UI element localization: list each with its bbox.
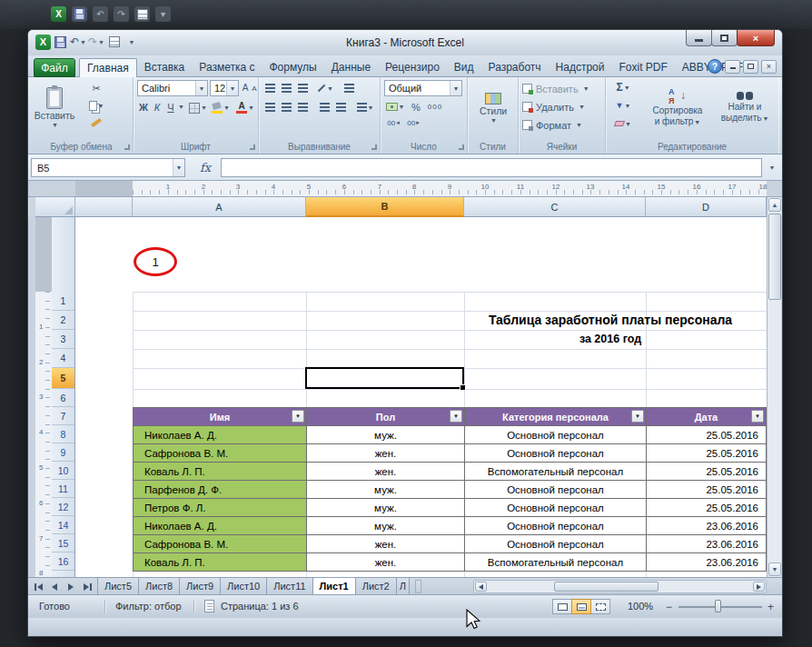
cell-name[interactable]: Николаев А. Д. bbox=[134, 517, 307, 535]
grow-font-button[interactable]: А bbox=[241, 80, 250, 95]
accounting-format-button[interactable]: ▼ bbox=[384, 100, 406, 114]
cell-name[interactable]: Петров Ф. Л. bbox=[134, 499, 307, 517]
cell-name[interactable]: Коваль Л. П. bbox=[134, 463, 307, 481]
fill-color-button[interactable]: ▼ bbox=[210, 101, 232, 114]
paste-button[interactable]: Вставить ▼ bbox=[34, 79, 75, 135]
page-layout-view-button[interactable] bbox=[571, 599, 591, 614]
filter-dropdown-icon[interactable]: ▼ bbox=[292, 410, 304, 423]
dialog-launcher-icon[interactable] bbox=[459, 144, 464, 150]
insert-function-button[interactable]: fx bbox=[193, 158, 217, 177]
background-app-icon[interactable]: X bbox=[51, 6, 66, 22]
cell-date[interactable]: 23.06.2016 bbox=[647, 553, 767, 572]
underline-menu-button[interactable]: ▼ bbox=[177, 99, 184, 114]
bold-button[interactable]: Ж bbox=[137, 99, 150, 114]
cell-name[interactable]: Парфенов Д. Ф. bbox=[134, 481, 307, 499]
row-header-3[interactable]: 3 bbox=[52, 330, 74, 349]
row-header-2[interactable]: 2 bbox=[52, 311, 74, 330]
maximize-button[interactable] bbox=[711, 30, 738, 46]
cell-gender[interactable]: муж. bbox=[307, 481, 465, 499]
zoom-out-button[interactable]: − bbox=[662, 600, 676, 613]
filter-dropdown-icon[interactable]: ▼ bbox=[631, 410, 644, 423]
last-sheet-button[interactable] bbox=[80, 580, 94, 593]
copy-button[interactable]: ▼ bbox=[83, 98, 110, 113]
cell-gender[interactable]: жен. bbox=[307, 553, 465, 572]
help-icon[interactable]: ? bbox=[708, 59, 722, 74]
align-center-button[interactable] bbox=[279, 100, 293, 114]
fill-button[interactable]: ▼▼ bbox=[608, 98, 639, 113]
tab-insert[interactable]: Вставка bbox=[137, 58, 193, 77]
sheet-title-cell[interactable]: Таблица заработной платы персонала bbox=[374, 311, 782, 330]
column-header-a[interactable]: A bbox=[133, 197, 306, 217]
page-break-view-button[interactable] bbox=[590, 599, 610, 614]
cell-category[interactable]: Основной персонал bbox=[465, 444, 647, 463]
tab-page-layout[interactable]: Разметка с bbox=[192, 58, 262, 77]
minimize-button[interactable] bbox=[686, 30, 712, 46]
sheet-tab-partial[interactable]: Л bbox=[396, 578, 410, 595]
borders-button[interactable]: ▼ bbox=[188, 101, 208, 114]
normal-view-button[interactable] bbox=[552, 599, 572, 614]
font-color-button[interactable]: А▼ bbox=[233, 100, 257, 114]
delete-cells-button[interactable]: Удалить▼ bbox=[522, 100, 602, 114]
column-header-b[interactable]: B bbox=[306, 197, 464, 217]
sort-filter-button[interactable]: АЯ↓ Сортировка и фильтр▼ bbox=[644, 79, 711, 135]
scroll-up-button[interactable]: ▲ bbox=[768, 198, 781, 212]
sheet-tab-list2[interactable]: Лист2 bbox=[355, 578, 397, 595]
percent-button[interactable]: % bbox=[410, 100, 422, 114]
number-format-combo[interactable]: Общий▼ bbox=[384, 80, 462, 96]
filter-dropdown-icon[interactable]: ▼ bbox=[450, 410, 462, 423]
sheet-tab-list11[interactable]: Лист11 bbox=[266, 578, 312, 595]
sheet-tab-list8[interactable]: Лист8 bbox=[138, 578, 180, 595]
merge-center-button[interactable]: ▼ bbox=[353, 100, 377, 114]
row-header-11[interactable]: 11 bbox=[52, 480, 74, 498]
formula-input[interactable] bbox=[221, 158, 762, 177]
tab-foxit-pdf[interactable]: Foxit PDF bbox=[611, 58, 674, 77]
align-bottom-button[interactable] bbox=[295, 81, 310, 95]
wrap-text-button[interactable] bbox=[341, 81, 357, 95]
cell-date[interactable]: 23.06.2016 bbox=[647, 517, 767, 535]
cell-category[interactable]: Основной персонал bbox=[465, 517, 647, 535]
cell-category[interactable]: Основной персонал bbox=[465, 481, 647, 499]
table-header-category[interactable]: Категория персонала▼ bbox=[465, 408, 647, 426]
cell-gender[interactable]: муж. bbox=[307, 499, 465, 517]
vertical-scrollbar[interactable]: ▲ ▼ bbox=[767, 197, 781, 577]
zoom-slider-thumb[interactable] bbox=[715, 600, 721, 612]
column-header-c[interactable]: C bbox=[464, 197, 646, 217]
cell-category[interactable]: Вспомогательный персонал bbox=[465, 463, 647, 481]
background-undo-icon[interactable]: ↶ bbox=[93, 6, 108, 22]
background-redo-icon[interactable]: ↷ bbox=[114, 6, 129, 22]
cell-category[interactable]: Основной персонал bbox=[465, 426, 647, 444]
scrollbar-thumb[interactable] bbox=[768, 214, 781, 300]
row-header-7[interactable]: 7 bbox=[52, 407, 74, 425]
align-middle-button[interactable] bbox=[279, 81, 293, 95]
cell-category[interactable]: Основной персонал bbox=[465, 499, 647, 517]
decrease-decimal-button[interactable]: 00▸ bbox=[404, 116, 422, 129]
cell-gender[interactable]: муж. bbox=[307, 517, 465, 535]
align-right-button[interactable] bbox=[295, 100, 310, 114]
row-header-6[interactable]: 6 bbox=[52, 389, 74, 407]
sheet-tab-list1-active[interactable]: Лист1 bbox=[312, 578, 356, 595]
orientation-button[interactable]: ▼ bbox=[317, 81, 333, 95]
cell-date[interactable]: 25.05.2016 bbox=[647, 426, 767, 444]
cell-date[interactable]: 25.05.2016 bbox=[647, 481, 767, 499]
cell-name[interactable]: Сафронова В. М. bbox=[134, 444, 307, 463]
zoom-level[interactable]: 100% bbox=[628, 601, 653, 612]
insert-cells-button[interactable]: Вставить▼ bbox=[522, 82, 602, 95]
shrink-font-button[interactable]: А bbox=[250, 82, 259, 95]
cell-gender[interactable]: жен. bbox=[307, 535, 465, 553]
scrollbar-thumb[interactable] bbox=[554, 582, 659, 592]
tab-file[interactable]: Файл bbox=[34, 58, 75, 77]
tab-developer[interactable]: Разработч bbox=[481, 58, 549, 77]
row-header-5[interactable]: 5 bbox=[52, 368, 74, 389]
sheet-tab-list5[interactable]: Лист5 bbox=[97, 578, 139, 595]
font-size-combo[interactable]: 12▼ bbox=[210, 80, 239, 96]
dialog-launcher-icon[interactable] bbox=[124, 144, 130, 150]
sheet-tab-list9[interactable]: Лист9 bbox=[179, 578, 221, 595]
background-save-icon[interactable] bbox=[72, 6, 87, 22]
tab-formulas[interactable]: Формулы bbox=[262, 58, 324, 77]
row-header-14[interactable]: 14 bbox=[52, 516, 74, 534]
page-header-number[interactable]: 1 bbox=[152, 255, 158, 269]
row-header-4[interactable]: 4 bbox=[52, 349, 74, 368]
row-header-10[interactable]: 10 bbox=[52, 462, 74, 480]
workbook-minimize-button[interactable] bbox=[725, 60, 740, 74]
tab-split-handle[interactable] bbox=[415, 580, 421, 593]
